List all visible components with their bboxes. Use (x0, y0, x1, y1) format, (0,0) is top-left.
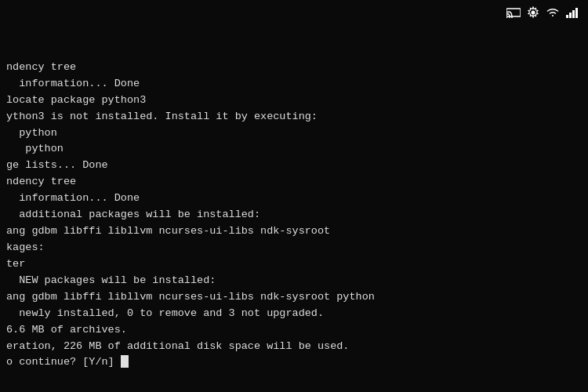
svg-rect-0 (506, 9, 521, 16)
terminal-line: newly installed, 0 to remove and 3 not u… (6, 306, 582, 322)
gear-icon (527, 6, 539, 22)
svg-rect-4 (569, 13, 572, 18)
terminal-line: additional packages will be installed: (6, 207, 582, 223)
terminal-line: NEW packages will be installed: (6, 273, 582, 289)
signal-icon (566, 7, 580, 21)
terminal-line: o continue? [Y/n] (6, 354, 582, 371)
terminal-line: ge lists... Done (6, 158, 582, 174)
terminal-line: eration, 226 MB of additional disk space… (6, 339, 582, 355)
terminal-line: kages: (6, 240, 582, 256)
wifi-icon (546, 7, 560, 21)
terminal-lines: ndency tree information... Donelocate pa… (6, 60, 582, 372)
terminal-line: ndency tree (6, 60, 582, 76)
cast-icon (506, 7, 521, 21)
terminal-line: ang gdbm libffi libllvm ncurses-ui-libs … (6, 289, 582, 306)
svg-rect-3 (566, 15, 568, 18)
terminal-line: information... Done (6, 76, 582, 93)
terminal-line: ang gdbm libffi libllvm ncurses-ui-libs … (6, 223, 582, 240)
terminal-output: ndency tree information... Donelocate pa… (0, 24, 588, 392)
status-bar (506, 6, 580, 22)
terminal-cursor (121, 355, 129, 368)
svg-point-2 (532, 11, 535, 15)
terminal-line: ndency tree (6, 174, 582, 191)
svg-rect-6 (575, 8, 578, 18)
terminal-line: python (6, 141, 582, 158)
terminal-line: information... Done (6, 191, 582, 207)
terminal-line: locate package python3 (6, 93, 582, 109)
terminal-line: ython3 is not installed. Install it by e… (6, 109, 582, 125)
terminal-line: python (6, 125, 582, 142)
svg-rect-5 (572, 10, 575, 18)
terminal-line: ter (6, 256, 582, 273)
terminal-line: 6.6 MB of archives. (6, 322, 582, 339)
